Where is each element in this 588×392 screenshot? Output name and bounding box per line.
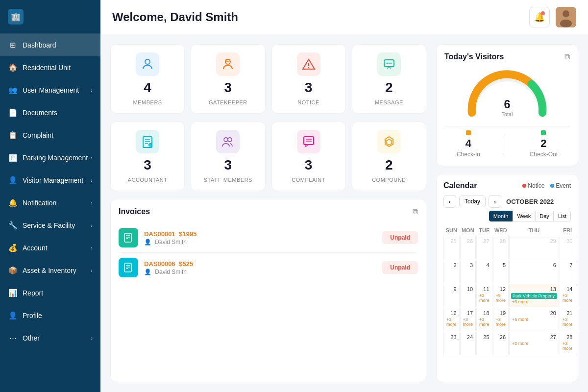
notice-count: 3 xyxy=(305,80,313,96)
cal-cell-10[interactable]: 10 xyxy=(460,284,476,307)
sidebar-item-dashboard[interactable]: ⊞ Dashboard xyxy=(0,34,100,56)
cal-more-28[interactable]: +3 more xyxy=(562,341,574,351)
cal-more-17[interactable]: +3 more xyxy=(462,317,474,327)
sidebar-item-asset[interactable]: 📦 Asset & Inventory › xyxy=(0,259,100,282)
event-legend-dot xyxy=(550,184,554,188)
stat-compound[interactable]: 2 COMPOUND xyxy=(352,122,426,191)
cal-cell-1[interactable]: 1 xyxy=(576,236,578,259)
sidebar-item-profile[interactable]: 👤 Profile xyxy=(0,304,100,327)
sidebar-item-service[interactable]: 🔧 Service & Facility › xyxy=(0,214,100,237)
cal-month-btn[interactable]: Month xyxy=(489,211,513,221)
cal-cell-3[interactable]: 3 xyxy=(460,260,476,283)
cal-cell-27-sep[interactable]: 27 xyxy=(476,236,492,259)
cal-cell-11[interactable]: 11+3 more xyxy=(476,284,492,307)
cal-cell-28-sep[interactable]: 28 xyxy=(493,236,509,259)
stat-gatekeeper[interactable]: 3 GATEKEEPER xyxy=(191,44,265,114)
cal-cell-29[interactable]: 29 xyxy=(576,332,578,355)
header-actions: 🔔 xyxy=(529,7,576,27)
user-avatar[interactable] xyxy=(556,7,576,27)
cal-more-13[interactable]: +3 more xyxy=(511,299,557,305)
cal-cell-9[interactable]: 9 xyxy=(443,284,460,307)
sidebar-item-notification[interactable]: 🔔 Notification › xyxy=(0,192,100,214)
cal-cell-19[interactable]: 19+3 more xyxy=(493,308,509,331)
cal-more-21[interactable]: +3 more xyxy=(562,317,574,327)
cal-cell-17[interactable]: 17+3 more xyxy=(460,308,476,331)
cal-more-16[interactable]: +3 more xyxy=(445,317,458,327)
notification-button[interactable]: 🔔 xyxy=(529,7,550,27)
cal-cell-22[interactable]: 22Park Vehicle Properly. xyxy=(576,308,578,331)
checkin-divider xyxy=(505,134,505,154)
notice-label: NOTICE xyxy=(297,99,319,105)
cal-event-13[interactable]: Park Vehicle Properly. xyxy=(511,293,557,299)
chevron-right-icon: › xyxy=(91,268,93,273)
sidebar-item-other[interactable]: ⋯ Other › xyxy=(0,327,100,349)
cal-week-btn[interactable]: Week xyxy=(513,211,535,221)
cal-header-tue: TUE xyxy=(476,225,492,235)
stat-notice[interactable]: 3 NOTICE xyxy=(271,44,346,114)
stat-complaint[interactable]: 3 COMPLAINT xyxy=(271,122,346,191)
sidebar-item-parking[interactable]: 🅿 Parking Management › xyxy=(0,147,100,169)
cal-cell-23[interactable]: 23 xyxy=(443,332,460,355)
accountant-icon-wrap: $ xyxy=(136,130,159,153)
cal-cell-20[interactable]: 20+5 more xyxy=(509,308,559,331)
cal-cell-6[interactable]: 6 xyxy=(509,260,559,283)
cal-cell-7[interactable]: 7 xyxy=(560,260,576,283)
sidebar-item-account[interactable]: 💰 Account › xyxy=(0,237,100,259)
cal-header-mon: MON xyxy=(460,225,476,235)
cal-more-27[interactable]: +2 more xyxy=(511,341,557,346)
cal-cell-16[interactable]: 16+3 more xyxy=(443,308,460,331)
cal-cell-24[interactable]: 24 xyxy=(460,332,476,355)
cal-cell-14[interactable]: 14+3 more xyxy=(560,284,576,307)
cal-cell-26-sep[interactable]: 26 xyxy=(460,236,476,259)
invoice-row-2[interactable]: DAS00006 $525 👤 David Smith Unpaid xyxy=(119,253,418,282)
sidebar-item-visitor[interactable]: 👤 Visitor Management › xyxy=(0,169,100,192)
stat-accountant[interactable]: $ 3 ACCOUNTANT xyxy=(110,122,185,191)
cal-cell-4[interactable]: 4 xyxy=(476,260,492,283)
cal-day-btn[interactable]: Day xyxy=(535,211,554,221)
stat-message[interactable]: 2 MESSAGE xyxy=(352,44,426,114)
invoices-ext-link[interactable]: ⧉ xyxy=(413,207,418,216)
cal-more-12[interactable]: +5 more xyxy=(495,293,507,303)
members-label: MEMBERS xyxy=(133,99,162,105)
stat-members[interactable]: 4 MEMBERS xyxy=(110,44,185,114)
cal-cell-8[interactable]: 8 xyxy=(576,260,578,283)
members-icon xyxy=(141,57,154,71)
cal-today-btn[interactable]: Today xyxy=(459,196,486,207)
invoice-id-1: DAS00001 $1995 xyxy=(144,230,196,238)
cal-cell-26[interactable]: 26 xyxy=(493,332,509,355)
cal-cell-21[interactable]: 21+3 more xyxy=(560,308,576,331)
cal-list-btn[interactable]: List xyxy=(554,211,571,221)
cal-cell-2[interactable]: 2 xyxy=(443,260,460,283)
cal-cell-27[interactable]: 27+2 more xyxy=(509,332,559,355)
cal-cell-25-sep[interactable]: 25 xyxy=(443,236,460,259)
sidebar-item-documents[interactable]: 📄 Documents xyxy=(0,101,100,124)
cal-cell-13[interactable]: 13Park Vehicle Properly.+3 more xyxy=(509,284,559,307)
visitors-ext-link[interactable]: ⧉ xyxy=(564,52,570,61)
sidebar-item-report[interactable]: 📊 Report xyxy=(0,282,100,304)
cal-next-btn[interactable]: › xyxy=(489,195,501,208)
sidebar-item-user-management[interactable]: 👥 User Management › xyxy=(0,79,100,101)
cal-cell-29-sep[interactable]: 29 xyxy=(509,236,559,259)
cal-cell-18[interactable]: 18+3 more xyxy=(476,308,492,331)
cal-more-18[interactable]: +3 more xyxy=(478,317,490,327)
cal-cell-5[interactable]: 5 xyxy=(493,260,509,283)
user-mgmt-icon: 👥 xyxy=(8,85,18,95)
sidebar-item-residential[interactable]: 🏠 Residential Unit xyxy=(0,56,100,79)
cal-prev-btn[interactable]: ‹ xyxy=(443,195,456,208)
cal-more-19[interactable]: +3 more xyxy=(495,317,507,327)
compound-label: COMPOUND xyxy=(372,177,406,183)
cal-more-20[interactable]: +5 more xyxy=(511,317,557,322)
sidebar-item-complaint[interactable]: 📋 Complaint xyxy=(0,124,100,147)
cal-event-22[interactable]: Park Vehicle Properly. xyxy=(578,317,578,323)
cal-cell-28[interactable]: 28+3 more xyxy=(560,332,576,355)
cal-cell-25[interactable]: 25 xyxy=(476,332,492,355)
invoice-row-1[interactable]: DAS00001 $1995 👤 David Smith Unpaid xyxy=(119,223,418,253)
cal-more-14[interactable]: +3 more xyxy=(562,293,574,303)
cal-view-buttons: Month Week Day List xyxy=(489,211,571,221)
cal-cell-12[interactable]: 12+5 more xyxy=(493,284,509,307)
cal-more-11[interactable]: +3 more xyxy=(478,293,490,303)
cal-cell-15[interactable]: 15 xyxy=(576,284,578,307)
compound-count: 2 xyxy=(385,157,393,173)
stat-staff[interactable]: 3 STAFF MEMBERS xyxy=(191,122,265,191)
cal-cell-30-sep[interactable]: 30 xyxy=(560,236,576,259)
